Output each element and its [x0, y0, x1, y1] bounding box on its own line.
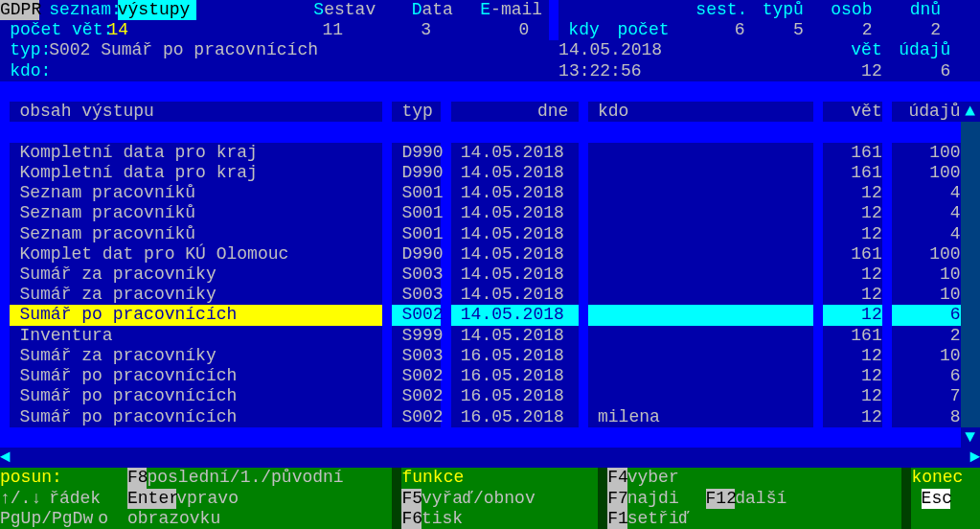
cell-kdo[interactable]: [598, 285, 794, 305]
cell-typ[interactable]: S001: [401, 203, 441, 223]
cell-kdo[interactable]: [598, 143, 794, 163]
cell-typ[interactable]: S002: [401, 386, 441, 406]
cell-obsah[interactable]: Seznam pracovníků: [19, 224, 382, 244]
cell-udaju[interactable]: 10: [892, 346, 961, 366]
cell-udaju[interactable]: 10: [892, 264, 961, 285]
cell-udaju[interactable]: 4: [892, 224, 961, 244]
cell-typ[interactable]: S003: [401, 285, 441, 305]
cell-udaju[interactable]: 100: [892, 163, 961, 183]
cell-udaju[interactable]: 4: [892, 183, 961, 203]
cell-kdo[interactable]: [598, 326, 794, 346]
cell-dne[interactable]: 14.05.2018: [461, 305, 569, 325]
cell-obsah[interactable]: Sumář po pracovnících: [19, 407, 382, 427]
cell-typ[interactable]: S001: [401, 183, 441, 203]
menu-sestav[interactable]: Sestav: [313, 0, 372, 20]
key-f1[interactable]: F1: [607, 509, 627, 529]
cell-vet[interactable]: 12: [823, 224, 881, 244]
col-vet[interactable]: vět: [833, 102, 882, 122]
cell-obsah[interactable]: Inventura: [19, 326, 382, 346]
cell-kdo[interactable]: [598, 203, 794, 223]
cell-dne[interactable]: 16.05.2018: [461, 366, 569, 386]
cell-kdo[interactable]: [598, 163, 794, 183]
cell-obsah[interactable]: Sumář po pracovnících: [19, 366, 382, 386]
key-f7[interactable]: F7: [607, 489, 627, 509]
cell-udaju[interactable]: 100: [892, 244, 961, 264]
cell-typ[interactable]: S999: [401, 326, 441, 346]
cell-dne[interactable]: 14.05.2018: [461, 183, 569, 203]
cell-vet[interactable]: 161: [823, 143, 881, 163]
cell-obsah[interactable]: Seznam pracovníků: [19, 183, 382, 203]
cell-obsah[interactable]: Sumář po pracovnících: [19, 386, 382, 406]
cell-obsah[interactable]: Kompletní data pro kraj: [19, 163, 382, 183]
cell-vet[interactable]: 161: [823, 244, 881, 264]
cell-typ[interactable]: S003: [401, 346, 441, 366]
cell-dne[interactable]: 16.05.2018: [461, 407, 569, 427]
menu-data[interactable]: Data: [412, 0, 451, 20]
key-enter[interactable]: Enter: [127, 489, 176, 509]
cell-dne[interactable]: 14.05.2018: [461, 203, 569, 223]
col-typ[interactable]: typ: [401, 102, 441, 122]
cell-kdo[interactable]: [598, 346, 794, 366]
col-dne[interactable]: dne: [461, 102, 569, 122]
cell-vet[interactable]: 12: [823, 264, 881, 285]
hscroll-left-icon[interactable]: ◄: [0, 448, 19, 468]
cell-typ[interactable]: S003: [401, 264, 441, 285]
cell-udaju[interactable]: 8: [892, 407, 961, 427]
cell-obsah[interactable]: Sumář za pracovníky: [19, 346, 382, 366]
cell-dne[interactable]: 14.05.2018: [461, 244, 569, 264]
cell-kdo[interactable]: [598, 366, 794, 386]
col-obsah[interactable]: obsah výstupu: [19, 102, 216, 122]
cell-vet[interactable]: 12: [823, 346, 881, 366]
cell-dne[interactable]: 14.05.2018: [461, 285, 569, 305]
cell-typ[interactable]: S002: [401, 305, 441, 325]
cell-vet[interactable]: 12: [823, 386, 881, 406]
cell-vet[interactable]: 12: [823, 407, 881, 427]
key-f5[interactable]: F5: [401, 489, 421, 509]
cell-dne[interactable]: 14.05.2018: [461, 163, 569, 183]
key-f6[interactable]: F6: [401, 509, 421, 529]
cell-vet[interactable]: 161: [823, 163, 881, 183]
key-f4[interactable]: F4: [607, 468, 627, 488]
cell-obsah[interactable]: Sumář po pracovnících: [19, 305, 382, 325]
cell-dne[interactable]: 14.05.2018: [461, 224, 569, 244]
cell-dne[interactable]: 14.05.2018: [461, 326, 569, 346]
key-f12[interactable]: F12: [706, 489, 736, 509]
menu-email[interactable]: E-mail: [480, 0, 538, 20]
cell-dne[interactable]: 16.05.2018: [461, 386, 569, 406]
hscroll-right-icon[interactable]: ►: [961, 448, 980, 468]
scroll-down-icon[interactable]: ▼: [961, 427, 980, 448]
cell-udaju[interactable]: 6: [892, 366, 961, 386]
col-udaju[interactable]: údajů: [901, 102, 960, 122]
cell-udaju[interactable]: 10: [892, 285, 961, 305]
cell-kdo[interactable]: [598, 264, 794, 285]
key-f8[interactable]: F8: [127, 468, 147, 488]
cell-udaju[interactable]: 6: [892, 305, 961, 325]
cell-typ[interactable]: D990: [401, 244, 441, 264]
cell-kdo[interactable]: [598, 244, 794, 264]
cell-vet[interactable]: 12: [823, 183, 881, 203]
key-esc[interactable]: Esc: [922, 489, 951, 509]
cell-obsah[interactable]: Seznam pracovníků: [19, 203, 382, 223]
cell-typ[interactable]: S001: [401, 224, 441, 244]
cell-kdo[interactable]: milena: [598, 407, 794, 427]
cell-vet[interactable]: 12: [823, 285, 881, 305]
cell-typ[interactable]: S002: [401, 407, 441, 427]
cell-vet[interactable]: 12: [823, 305, 881, 325]
cell-dne[interactable]: 14.05.2018: [461, 143, 569, 163]
cell-typ[interactable]: D990: [401, 143, 441, 163]
cell-vet[interactable]: 12: [823, 366, 881, 386]
cell-obsah[interactable]: Komplet dat pro KÚ Olomouc: [19, 244, 382, 264]
cell-udaju[interactable]: 4: [892, 203, 961, 223]
scroll-track[interactable]: [961, 122, 980, 426]
cell-obsah[interactable]: Sumář za pracovníky: [19, 285, 382, 305]
cell-typ[interactable]: D990: [401, 163, 441, 183]
cell-kdo[interactable]: [598, 305, 794, 325]
cell-dne[interactable]: 14.05.2018: [461, 264, 569, 285]
cell-kdo[interactable]: [598, 386, 794, 406]
cell-obsah[interactable]: Sumář za pracovníky: [19, 264, 382, 285]
cell-kdo[interactable]: [598, 183, 794, 203]
cell-obsah[interactable]: Kompletní data pro kraj: [19, 143, 382, 163]
col-kdo[interactable]: kdo: [598, 102, 647, 122]
cell-kdo[interactable]: [598, 224, 794, 244]
cell-udaju[interactable]: 100: [892, 143, 961, 163]
